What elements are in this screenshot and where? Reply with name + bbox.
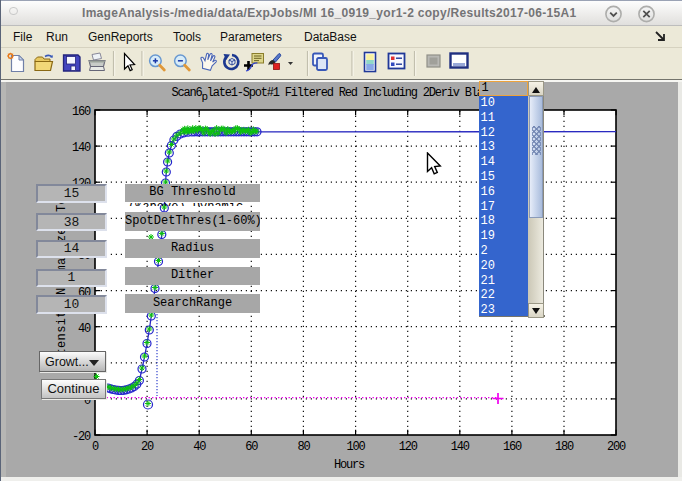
svg-text:60: 60 <box>245 440 258 454</box>
svg-text:100: 100 <box>347 440 366 454</box>
svg-text:160: 160 <box>72 105 91 119</box>
svg-text:120: 120 <box>399 440 418 454</box>
svg-text:200: 200 <box>607 440 626 454</box>
svg-text:0: 0 <box>92 440 99 454</box>
svg-text:140: 140 <box>72 141 91 155</box>
svg-text:40: 40 <box>78 322 91 336</box>
svg-text:160: 160 <box>503 440 522 454</box>
svg-text:-20: -20 <box>72 430 91 444</box>
svg-text:140: 140 <box>451 440 470 454</box>
svg-text:80: 80 <box>297 440 310 454</box>
svg-text:Hours: Hours <box>334 458 365 472</box>
svg-text:Scan6plate1-Spot#1 Filtered Re: Scan6plate1-Spot#1 Filtered Red Includin… <box>171 86 507 103</box>
svg-text:20: 20 <box>141 440 154 454</box>
svg-text:180: 180 <box>555 440 574 454</box>
svg-text:40: 40 <box>193 440 206 454</box>
